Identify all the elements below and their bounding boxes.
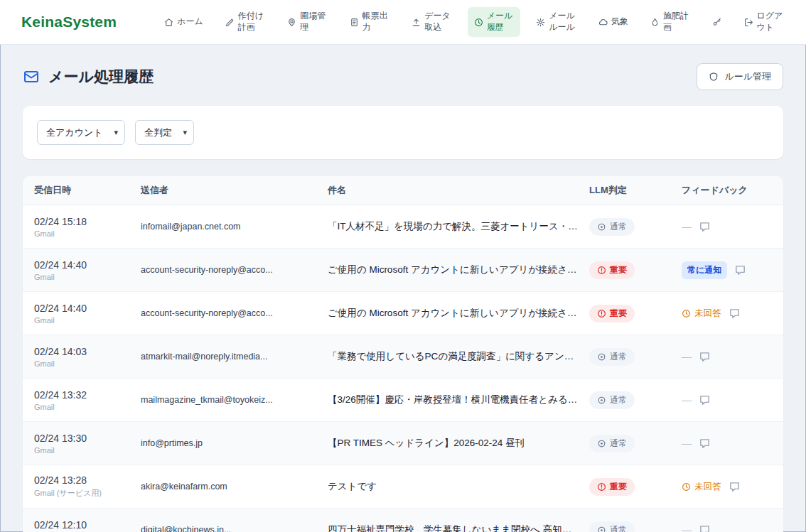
cell-llm-judgment: 重要 <box>589 478 682 496</box>
account-filter-select[interactable]: 全アカウント <box>37 120 125 145</box>
cell-subject: 【PR TIMES ヘッドライン】2026-02-24 昼刊 <box>328 437 589 450</box>
cloud-icon <box>598 18 608 27</box>
judgment-badge-important: 重要 <box>589 305 635 322</box>
judgment-filter-wrap: 全判定 <box>135 120 194 145</box>
nav-item-label: メールルール <box>549 11 576 33</box>
nav-item-data-import[interactable]: データ取込 <box>405 7 458 36</box>
feedback-unanswered-label: 未回答 <box>694 481 721 493</box>
cell-subject: ご使用の Microsoft アカウントに新しいアプリが接続されました <box>328 307 589 320</box>
cell-sender: atmarkit-mail@noreply.itmedia... <box>141 352 328 362</box>
account-label: Gmail <box>34 316 141 325</box>
target-icon <box>597 396 606 405</box>
target-icon <box>597 526 606 532</box>
cell-received-datetime: 02/24 13:30Gmail <box>34 433 141 455</box>
rule-management-label: ルール管理 <box>724 70 771 83</box>
col-header-judgment: LLM判定 <box>589 184 682 197</box>
document-icon <box>350 18 359 27</box>
received-datetime: 02/24 13:30 <box>34 433 141 444</box>
target-icon <box>597 439 606 448</box>
cell-sender: infomail@japan.cnet.com <box>141 222 328 232</box>
table-row[interactable]: 02/24 12:10Gmaildigital@kochinews.in...四… <box>23 509 783 532</box>
judgment-badge-normal: 通常 <box>589 218 635 236</box>
received-datetime: 02/24 13:32 <box>34 389 141 401</box>
cell-feedback: 未回答 <box>682 481 772 493</box>
page-title: メール処理履歴 <box>48 67 154 87</box>
cell-feedback: 常に通知 <box>682 261 772 279</box>
feedback-comment-button[interactable] <box>699 221 711 233</box>
nav-item-label: 気象 <box>611 16 628 28</box>
nav-item-weather[interactable]: 気象 <box>592 13 635 31</box>
cell-llm-judgment: 通常 <box>589 391 682 409</box>
col-header-feedback: フィードバック <box>682 184 772 197</box>
table-row[interactable]: 02/24 14:40Gmailaccount-security-noreply… <box>23 249 783 292</box>
feedback-none-label: — <box>682 351 692 362</box>
table-row[interactable]: 02/24 13:30Gmailinfo@prtimes.jp【PR TIMES… <box>23 422 783 465</box>
received-datetime: 02/24 14:03 <box>34 346 141 357</box>
judgment-badge-normal: 通常 <box>589 521 635 532</box>
rule-management-button[interactable]: ルール管理 <box>697 63 783 90</box>
cell-llm-judgment: 通常 <box>589 348 682 366</box>
judgment-badge-important: 重要 <box>589 261 635 279</box>
nav-item-label: 帳票出力 <box>362 11 389 33</box>
pencil-icon <box>225 18 235 27</box>
mail-table-body: 02/24 15:18Gmailinfomail@japan.cnet.com「… <box>23 205 783 532</box>
feedback-unanswered-label: 未回答 <box>694 308 721 320</box>
table-row[interactable]: 02/24 13:28Gmail (サービス用)akira@keinafarm.… <box>23 465 783 509</box>
cell-subject: テストです <box>328 480 589 493</box>
feedback-always-notify-badge: 常に通知 <box>682 261 727 279</box>
nav-item-planting-plan[interactable]: 作付け計画 <box>219 7 272 36</box>
nav-item-mail-rules[interactable]: メールルール <box>530 7 582 36</box>
table-row[interactable]: 02/24 13:32Gmailmailmagazine_tkmail@toyo… <box>23 379 783 422</box>
cell-feedback: 未回答 <box>682 308 772 320</box>
cell-feedback: — <box>682 351 772 363</box>
feedback-comment-button[interactable] <box>729 308 741 320</box>
feedback-comment-button[interactable] <box>699 524 711 532</box>
nav-item-label: 施肥計画 <box>663 11 690 33</box>
nav-item-label: 作付け計画 <box>238 11 265 33</box>
judgment-label: 重要 <box>610 308 627 320</box>
cell-received-datetime: 02/24 13:28Gmail (サービス用) <box>34 474 141 499</box>
feedback-comment-button[interactable] <box>699 394 711 406</box>
cell-subject: ご使用の Microsoft アカウントに新しいアプリが接続されました <box>328 264 589 276</box>
nav-item-api-key[interactable] <box>706 14 728 31</box>
judgment-label: 通常 <box>610 221 627 233</box>
cell-sender: mailmagazine_tkmail@toyokeiz... <box>141 395 328 405</box>
feedback-comment-button[interactable] <box>699 351 711 363</box>
feedback-none-label: — <box>682 524 692 532</box>
judgment-badge-normal: 通常 <box>589 348 635 366</box>
app-logo: KeinaSystem <box>21 13 117 31</box>
account-label: Gmail <box>34 446 141 455</box>
cell-llm-judgment: 重要 <box>589 261 682 279</box>
nav-item-field-management[interactable]: 圃場管理 <box>281 7 333 36</box>
account-label: Gmail <box>34 403 141 411</box>
table-row[interactable]: 02/24 14:40Gmailaccount-security-noreply… <box>23 292 783 335</box>
feedback-comment-button[interactable] <box>729 481 741 493</box>
table-row[interactable]: 02/24 14:03Gmailatmarkit-mail@noreply.it… <box>23 335 783 379</box>
nav-item-logout[interactable]: ログアウト <box>738 7 790 36</box>
nav-item-home[interactable]: ホーム <box>158 13 210 31</box>
droplet-icon <box>650 18 660 27</box>
cell-sender: account-security-noreply@acco... <box>141 265 328 275</box>
cell-llm-judgment: 通常 <box>589 521 682 532</box>
feedback-comment-button[interactable] <box>699 438 711 450</box>
cell-feedback: — <box>682 524 772 532</box>
judgment-label: 通常 <box>610 351 627 363</box>
table-row[interactable]: 02/24 15:18Gmailinfomail@japan.cnet.com「… <box>23 205 783 249</box>
judgment-badge-important: 重要 <box>589 478 635 496</box>
nav-item-mail-history[interactable]: メール履歴 <box>468 7 520 36</box>
clock-icon <box>682 309 691 318</box>
judgment-filter-select[interactable]: 全判定 <box>135 120 194 145</box>
nav-item-fertilization-plan[interactable]: 施肥計画 <box>644 7 697 36</box>
cell-received-datetime: 02/24 14:40Gmail <box>34 259 141 281</box>
cell-feedback: — <box>682 221 772 233</box>
nav-item-label: ログアウト <box>757 11 784 33</box>
feedback-unanswered-badge: 未回答 <box>682 481 721 493</box>
received-datetime: 02/24 13:28 <box>34 474 141 486</box>
nav-item-report-output[interactable]: 帳票出力 <box>343 7 396 36</box>
judgment-label: 通常 <box>610 394 627 406</box>
key-icon <box>712 18 721 27</box>
judgment-label: 通常 <box>610 438 627 450</box>
feedback-comment-button[interactable] <box>734 264 746 276</box>
cell-subject: 四万十福祉専門学校、学生募集しないまま閉校へ 高知県... <box>328 523 589 532</box>
mail-history-table: 受信日時 送信者 件名 LLM判定 フィードバック 02/24 15:18Gma… <box>23 176 783 532</box>
